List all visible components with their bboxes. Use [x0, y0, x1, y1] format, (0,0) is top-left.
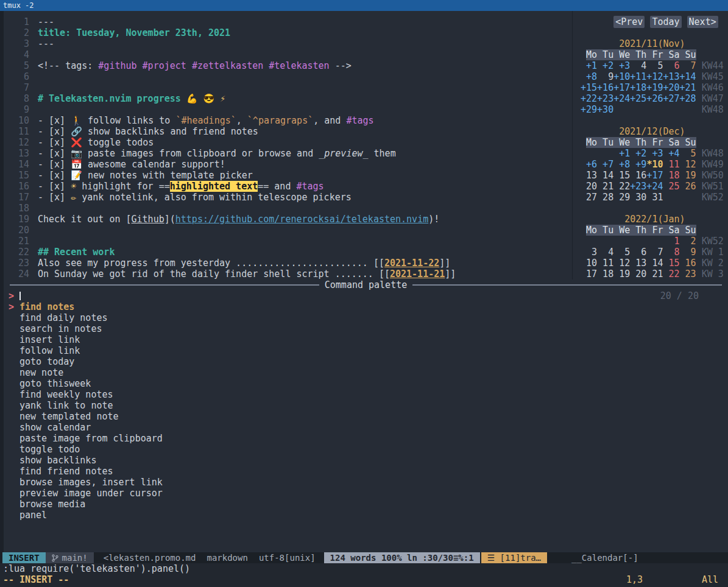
line-number: 16	[4, 181, 29, 192]
calendar-line	[581, 115, 728, 126]
palette-item[interactable]: goto today	[4, 356, 728, 367]
palette-item[interactable]: follow link	[4, 345, 728, 356]
palette-item[interactable]: yank link to note	[4, 400, 728, 411]
tag-link[interactable]: #zettelkasten	[192, 60, 263, 71]
line-number: 4	[4, 49, 29, 60]
calendar-day-sunday[interactable]: 19	[680, 170, 696, 181]
calendar-line: +6 +7 +8 +9*10 11 12 KW49	[581, 159, 728, 170]
week-number: KW48	[696, 104, 724, 115]
calendar-day-linked[interactable]: +6 +7 +8 +9	[581, 159, 646, 170]
calendar-day-saturday[interactable]: 8	[663, 247, 679, 258]
emoji-icon: 📝	[71, 170, 82, 181]
command-text: :lua require('telekasten').panel()	[3, 563, 190, 574]
editor-line: 2title: Tuesday, November 23th, 2021	[4, 27, 570, 38]
editor-line: 15- [x] 📝 new notes with template picker	[4, 170, 570, 181]
line-number: 13	[4, 148, 29, 159]
calendar-day-sunday[interactable]: 26	[680, 181, 696, 192]
wiki-link[interactable]: 2021-11-21	[390, 269, 445, 279]
diagnostics-segment[interactable]: ☰ [11]tra…	[481, 552, 547, 563]
palette-item[interactable]: new note	[4, 367, 728, 378]
palette-item[interactable]: goto thisweek	[4, 378, 728, 389]
calendar-day-linked[interactable]: +8	[581, 71, 597, 82]
tag-link[interactable]: #github	[98, 60, 136, 71]
calendar-text: 3 4 5 6 7	[581, 247, 663, 258]
calendar-day-linked[interactable]: +1 +2 +3	[581, 60, 630, 71]
palette-item-selected[interactable]: >find notes	[4, 301, 728, 312]
calendar-line: Mo Tu We Th Fr Sa Su	[581, 137, 728, 148]
text-segment: toggle todos	[82, 137, 154, 148]
calendar-button[interactable]: Today	[650, 16, 681, 28]
palette-item[interactable]: show backlinks	[4, 455, 728, 466]
highlighted-text: highlighted text	[170, 181, 258, 192]
text-segment	[186, 60, 192, 71]
palette-prompt-row[interactable]: > 20 / 20	[4, 290, 728, 301]
calendar-day-linked[interactable]: +15+16+17+18+19+20+21	[581, 82, 696, 93]
editor-pane[interactable]: 1---2title: Tuesday, November 23th, 2021…	[4, 11, 570, 279]
calendar-day-saturday[interactable]: 25	[663, 181, 679, 192]
palette-item[interactable]: show calendar	[4, 422, 728, 433]
calendar-day-sunday[interactable]: 23	[680, 269, 696, 279]
github-link[interactable]: Github	[132, 214, 164, 225]
text-segment: show backlinks and friend notes	[82, 126, 258, 137]
calendar-day-saturday[interactable]: 15	[663, 258, 679, 269]
palette-item[interactable]: toggle todo	[4, 444, 728, 455]
calendar-day-linked[interactable]: +10+11+12+13+14	[613, 71, 696, 82]
palette-item[interactable]: panel	[4, 510, 728, 521]
calendar-day-linked[interactable]: +29+30	[581, 104, 613, 115]
calendar-day-today[interactable]: *10	[646, 159, 663, 170]
calendar-button[interactable]: <Prev	[613, 16, 645, 28]
tag-link[interactable]: #tags	[346, 115, 373, 126]
palette-item[interactable]: search in notes	[4, 323, 728, 334]
scroll-indicator: All	[702, 574, 718, 585]
calendar-day-saturday[interactable]: 18	[663, 170, 679, 181]
text-segment: Check it out on [	[38, 214, 132, 225]
calendar-button[interactable]: Next>	[687, 16, 718, 28]
palette-item[interactable]: paste image from clipboard	[4, 433, 728, 444]
calendar-pane[interactable]: <Prev Today Next> 2021/11(Nov) Mo Tu We …	[572, 11, 728, 279]
calendar-day-sunday[interactable]: 16	[680, 258, 696, 269]
inline-code: `#headings`	[175, 115, 236, 126]
calendar-day-sunday[interactable]: 2	[680, 236, 696, 247]
calendar-line: 1 2 KW52	[581, 236, 728, 247]
calendar-day-saturday[interactable]: 11	[663, 159, 679, 170]
palette-item[interactable]: browse images, insert link	[4, 477, 728, 488]
result-counter: 20 / 20	[660, 290, 699, 301]
command-line[interactable]: :lua require('telekasten').panel()	[0, 563, 728, 574]
calendar-day-linked[interactable]: +22+23+24+25+26+27+28	[581, 93, 696, 104]
calendar-day-sunday[interactable]: 9	[680, 247, 696, 258]
palette-item[interactable]: find weekly notes	[4, 389, 728, 400]
tag-link[interactable]: #telekasten	[269, 60, 329, 71]
calendar-day-saturday[interactable]: 6	[663, 60, 679, 71]
selected-item-label: find notes	[19, 301, 74, 312]
calendar-day-linked[interactable]: +1 +2 +3 +4	[613, 148, 679, 159]
calendar-day-linked[interactable]: +23+24	[630, 181, 663, 192]
week-number: KW50	[696, 170, 724, 181]
calendar-text: 4 5	[630, 60, 663, 71]
calendar-statusline: __Calendar[-]	[571, 552, 638, 563]
divider-line	[412, 284, 722, 286]
palette-item[interactable]: preview image under cursor	[4, 488, 728, 499]
calendar-day-sunday[interactable]: 7	[680, 60, 696, 71]
git-branch-segment[interactable]: main!	[46, 552, 94, 563]
calendar-day-linked[interactable]: +17	[646, 170, 663, 181]
palette-item[interactable]: find friend notes	[4, 466, 728, 477]
palette-item[interactable]: browse media	[4, 499, 728, 510]
week-number: KW46	[696, 82, 724, 93]
palette-item[interactable]: insert link	[4, 334, 728, 345]
week-number: KW52	[696, 192, 724, 203]
calendar-day-sunday[interactable]: 5	[680, 148, 696, 159]
calendar-line: 2021/12(Dec)	[581, 126, 728, 137]
calendar-day-sunday[interactable]: 12	[680, 159, 696, 170]
text-segment: - [x]	[38, 148, 71, 159]
url-link[interactable]: https://github.com/renerocksai/telekaste…	[175, 214, 428, 225]
tag-link[interactable]: #tags	[296, 181, 323, 192]
tag-link[interactable]: #project	[143, 60, 186, 71]
heading-text: ## Recent work	[38, 247, 115, 258]
palette-item[interactable]: new templated note	[4, 411, 728, 422]
text-segment: highlight for	[76, 181, 158, 192]
palette-item[interactable]: find daily notes	[4, 312, 728, 323]
calendar-day-saturday[interactable]: 1	[663, 236, 679, 247]
calendar-line: +1 +2 +3 +4 5 KW48	[581, 148, 728, 159]
wiki-link[interactable]: 2021-11-22	[384, 258, 439, 269]
calendar-day-saturday[interactable]: 22	[663, 269, 679, 279]
